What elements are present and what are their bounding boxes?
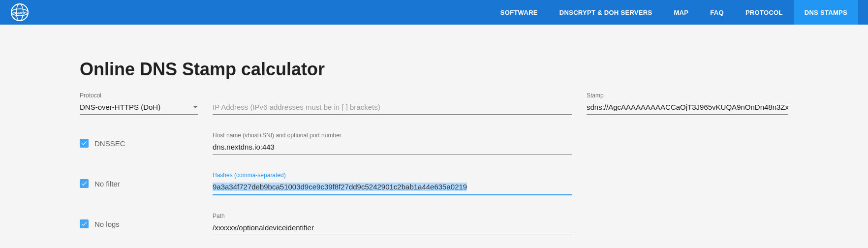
nav-links: SOFTWARE DNSCRYPT & DOH SERVERS MAP FAQ … [490, 0, 858, 25]
check-icon [81, 220, 88, 227]
svg-text:DNSCRYPT: DNSCRYPT [12, 11, 28, 14]
ip-field [213, 100, 572, 115]
stamp-label: Stamp [587, 92, 788, 99]
ip-address-input[interactable] [213, 100, 572, 115]
path-label: Path [213, 213, 572, 219]
nofilter-label: No filter [94, 180, 120, 188]
hostname-input[interactable] [213, 140, 572, 155]
hostname-field: Host name (vhost+SNI) and optional port … [213, 132, 572, 155]
protocol-field: Protocol DNS-over-HTTPS (DoH) [80, 92, 198, 115]
dnssec-checkbox-row: DNSSEC [80, 134, 198, 153]
stamp-output[interactable] [587, 100, 788, 115]
top-navbar: DNSCRYPT SOFTWARE DNSCRYPT & DOH SERVERS… [0, 0, 868, 25]
dnssec-checkbox[interactable] [80, 139, 89, 148]
nologs-checkbox[interactable] [80, 219, 89, 228]
dnscrypt-logo-icon: DNSCRYPT [10, 2, 30, 22]
protocol-value: DNS-over-HTTPS (DoH) [80, 103, 160, 111]
nologs-checkbox-row: No logs [80, 215, 198, 233]
protocol-label: Protocol [80, 92, 198, 99]
hashes-input[interactable]: 9a3a34f727deb9bca51003d9ce9c39f8f27dd9c5… [213, 183, 467, 191]
chevron-down-icon [193, 106, 198, 108]
hashes-field: Hashes (comma-separated) 9a3a34f727deb9b… [213, 172, 572, 195]
nofilter-checkbox-row: No filter [80, 174, 198, 193]
path-field: Path [213, 213, 572, 235]
hashes-label: Hashes (comma-separated) [213, 172, 572, 179]
nav-dns-stamps[interactable]: DNS STAMPS [794, 0, 858, 25]
stamp-field: Stamp [587, 92, 788, 115]
protocol-select[interactable]: DNS-over-HTTPS (DoH) [80, 100, 198, 115]
path-input[interactable] [213, 220, 572, 235]
nav-protocol[interactable]: PROTOCOL [735, 0, 794, 25]
page-title: Online DNS Stamp calculator [80, 59, 788, 80]
nav-map[interactable]: MAP [663, 0, 699, 25]
main-container: Online DNS Stamp calculator Protocol DNS… [70, 25, 798, 248]
check-icon [81, 180, 88, 187]
brand-logo[interactable]: DNSCRYPT [10, 2, 30, 22]
nav-dnscrypt-doh-servers[interactable]: DNSCRYPT & DOH SERVERS [549, 0, 663, 25]
nofilter-checkbox[interactable] [80, 179, 89, 188]
dnssec-label: DNSSEC [94, 139, 125, 148]
nav-faq[interactable]: FAQ [699, 0, 735, 25]
check-icon [81, 140, 88, 147]
nologs-label: No logs [94, 220, 120, 228]
nav-software[interactable]: SOFTWARE [490, 0, 549, 25]
hostname-label: Host name (vhost+SNI) and optional port … [213, 132, 572, 139]
